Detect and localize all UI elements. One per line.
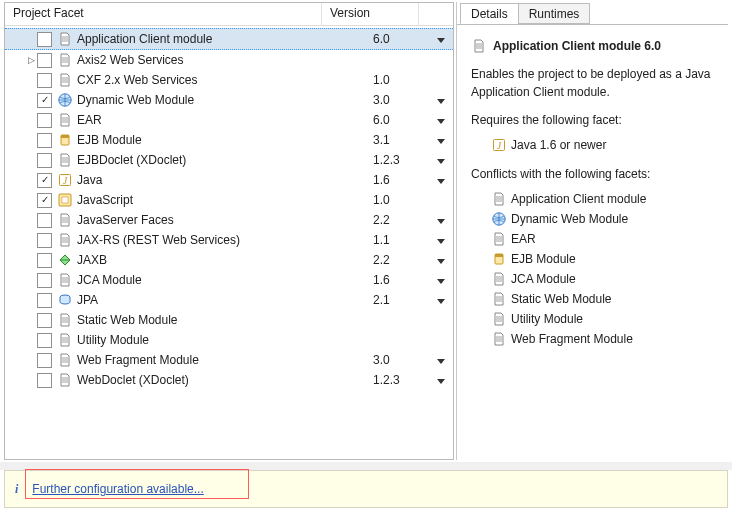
version-dropdown[interactable] [429,273,453,287]
doc-icon [491,291,507,307]
expand-toggle [25,274,37,286]
column-header-version[interactable]: Version [322,3,419,25]
facet-row[interactable]: Utility Module [5,330,453,350]
version-dropdown[interactable] [429,173,453,187]
conflicts-item-label: EJB Module [511,250,576,268]
conflicts-item: Application Client module [471,189,716,209]
facet-version: 1.0 [373,73,429,87]
doc-icon [471,38,487,54]
chevron-down-icon [437,239,445,244]
chevron-down-icon [437,299,445,304]
facet-name: CXF 2.x Web Services [77,73,373,87]
java-icon: J [491,137,507,153]
svg-text:J: J [63,175,68,186]
version-dropdown[interactable] [429,113,453,127]
facet-version: 1.2.3 [373,153,429,167]
facet-row[interactable]: JJava1.6 [5,170,453,190]
facet-name: JCA Module [77,273,373,287]
version-dropdown[interactable] [429,153,453,167]
version-dropdown[interactable] [429,293,453,307]
facet-checkbox[interactable] [37,53,52,68]
facet-checkbox[interactable] [37,173,52,188]
version-dropdown[interactable] [429,353,453,367]
conflicts-item-label: Utility Module [511,310,583,328]
js-icon [57,192,73,208]
facet-row[interactable]: JAX-RS (REST Web Services)1.1 [5,230,453,250]
doc-icon [57,52,73,68]
doc-icon [57,72,73,88]
version-dropdown[interactable] [429,93,453,107]
requires-list: JJava 1.6 or newer [471,135,716,155]
facet-checkbox[interactable] [37,113,52,128]
details-tabs: Details Runtimes [457,2,728,25]
expand-toggle[interactable]: ▷ [25,54,37,66]
facet-checkbox[interactable] [37,133,52,148]
facet-version: 2.2 [373,213,429,227]
version-dropdown[interactable] [429,233,453,247]
tab-runtimes[interactable]: Runtimes [518,3,591,24]
version-dropdown[interactable] [429,373,453,387]
doc-icon [57,352,73,368]
chevron-down-icon [437,38,445,43]
jar-icon [491,251,507,267]
version-dropdown[interactable] [429,213,453,227]
facet-row[interactable]: JPA2.1 [5,290,453,310]
expand-toggle [25,194,37,206]
facet-row[interactable]: CXF 2.x Web Services1.0 [5,70,453,90]
conflicts-item: Dynamic Web Module [471,209,716,229]
facet-name: EAR [77,113,373,127]
details-panel: Details Runtimes Application Client modu… [456,2,728,460]
facet-row[interactable]: JavaServer Faces2.2 [5,210,453,230]
facet-row[interactable]: Web Fragment Module3.0 [5,350,453,370]
facet-row[interactable]: EAR6.0 [5,110,453,130]
doc-icon [57,232,73,248]
facet-row[interactable]: WebDoclet (XDoclet)1.2.3 [5,370,453,390]
facet-row[interactable]: ▷Axis2 Web Services [5,50,453,70]
doc-icon [491,311,507,327]
globe-icon [491,211,507,227]
facet-checkbox[interactable] [37,373,52,388]
facet-checkbox[interactable] [37,93,52,108]
facet-checkbox[interactable] [37,353,52,368]
requires-item-label: Java 1.6 or newer [511,136,606,154]
facet-row[interactable]: JCA Module1.6 [5,270,453,290]
column-header-facet[interactable]: Project Facet [5,3,322,25]
facet-checkbox[interactable] [37,293,52,308]
facet-row[interactable]: JavaScript1.0 [5,190,453,210]
facet-row[interactable]: EJB Module3.1 [5,130,453,150]
svg-rect-12 [495,254,503,257]
facet-row[interactable]: Dynamic Web Module3.0 [5,90,453,110]
facet-checkbox[interactable] [37,153,52,168]
facet-version: 1.1 [373,233,429,247]
further-configuration-link[interactable]: Further configuration available... [32,482,203,496]
facets-table-header: Project Facet Version [5,3,453,26]
facet-row[interactable]: Application Client module6.0 [5,28,453,50]
facet-row[interactable]: EJBDoclet (XDoclet)1.2.3 [5,150,453,170]
facet-checkbox[interactable] [37,233,52,248]
facet-checkbox[interactable] [37,213,52,228]
version-dropdown[interactable] [429,32,453,46]
facet-row[interactable]: JAXB2.2 [5,250,453,270]
expand-toggle [25,174,37,186]
facet-version: 1.6 [373,273,429,287]
facet-name: Axis2 Web Services [77,53,373,67]
version-dropdown[interactable] [429,253,453,267]
expand-toggle [25,234,37,246]
version-dropdown[interactable] [429,133,453,147]
facet-name: EJB Module [77,133,373,147]
details-description: Enables the project to be deployed as a … [471,65,716,101]
facet-checkbox[interactable] [37,193,52,208]
facet-checkbox[interactable] [37,32,52,47]
doc-icon [491,191,507,207]
facet-checkbox[interactable] [37,333,52,348]
facet-checkbox[interactable] [37,273,52,288]
facet-name: Static Web Module [77,313,373,327]
facet-row[interactable]: Static Web Module [5,310,453,330]
facet-checkbox[interactable] [37,313,52,328]
conflicts-item: EAR [471,229,716,249]
facet-version: 3.1 [373,133,429,147]
facet-checkbox[interactable] [37,253,52,268]
facets-table: Project Facet Version Application Client… [4,2,454,460]
tab-details[interactable]: Details [460,3,519,24]
facet-checkbox[interactable] [37,73,52,88]
